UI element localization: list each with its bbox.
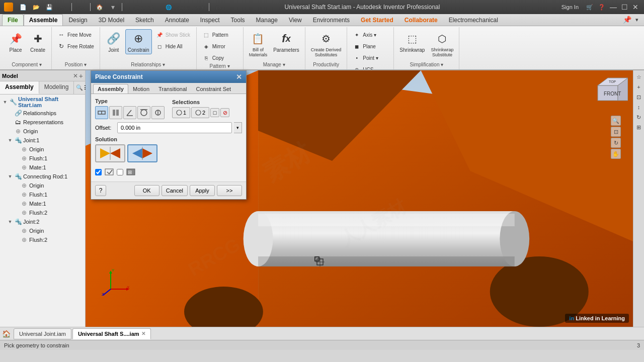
tab-universal-joint[interactable]: Universal Joint.iam — [14, 328, 71, 339]
show-stick-btn[interactable]: 📌 Show Stick — [153, 29, 193, 40]
qa-material[interactable]: Material — [126, 2, 162, 12]
dialog-cancel-btn[interactable]: Cancel — [162, 185, 188, 196]
create-btn[interactable]: ✚ Create — [27, 29, 48, 54]
tab-universal-shaft[interactable]: Universal Shaft S....iam ✕ — [72, 328, 151, 339]
joint-btn[interactable]: 🔗 Joint — [103, 29, 124, 54]
ribbon-collapse[interactable]: ▾ — [632, 15, 642, 25]
zoom-in-icon[interactable]: 🔍 — [611, 116, 621, 126]
dlg-tab-motion[interactable]: Motion — [128, 84, 154, 94]
tab-getstarted[interactable]: Get Started — [355, 14, 399, 26]
tree-expand-cr1[interactable]: ▼ — [7, 174, 13, 179]
search-tree-icon[interactable]: 🔍 — [76, 84, 83, 91]
tree-cr1-origin[interactable]: ⊕ Origin — [1, 181, 84, 190]
zoom-extents-icon[interactable]: ⊡ — [611, 127, 621, 137]
tab-electromechanical[interactable]: Electromechanical — [443, 14, 504, 26]
ribbon-pin[interactable]: 📌 — [622, 15, 632, 25]
help-icon[interactable]: ❓ — [597, 2, 607, 12]
tab-collaborate[interactable]: Collaborate — [399, 14, 443, 26]
rt-fit-btn[interactable]: ⊡ — [634, 93, 643, 102]
axis-btn[interactable]: ✦ Axis ▾ — [350, 29, 390, 40]
tree-cr1-mate1[interactable]: ⊕ Mate:1 — [1, 199, 84, 208]
tree-root[interactable]: ▼ 🔧 Universal Shaft Start.iam — [1, 96, 84, 109]
modeling-tab[interactable]: Modeling — [39, 81, 74, 94]
component-label[interactable]: Component ▾ — [12, 62, 41, 68]
relationships-label[interactable]: Relationships ▾ — [131, 62, 165, 68]
tab-view[interactable]: View — [283, 14, 307, 26]
sel-extra-1[interactable]: □ — [210, 108, 219, 117]
tree-j1-flush1[interactable]: ⊕ Flush:1 — [1, 154, 84, 163]
sol-1-btn[interactable] — [95, 144, 125, 162]
tree-j2-flush2[interactable]: ⊕ Flush:2 — [1, 235, 84, 244]
place-btn[interactable]: 📌 Place — [5, 29, 26, 54]
dialog-apply-btn[interactable]: Apply — [190, 185, 215, 196]
assembly-tab[interactable]: Assembly — [0, 81, 39, 94]
panel-close-icon[interactable]: ✕ — [73, 72, 78, 79]
sel-2-btn[interactable]: 2 — [191, 107, 209, 118]
sign-in-btn[interactable]: Sign In — [561, 4, 579, 10]
viewcube[interactable]: FRONT TOP — [593, 75, 628, 111]
pattern-label[interactable]: Pattern ▾ — [210, 63, 230, 70]
type-tangent-btn[interactable] — [137, 106, 150, 119]
type-insert-btn[interactable] — [151, 106, 165, 119]
tab-manage[interactable]: Manage — [251, 14, 283, 26]
tree-connectingrod1[interactable]: ▼ 🔩 Connecting Rod:1 — [1, 172, 84, 181]
tree-representations[interactable]: 🗂 Representations — [1, 118, 84, 127]
another-checkbox[interactable] — [117, 169, 123, 175]
tab-inspect[interactable]: Inspect — [195, 14, 225, 26]
tab-sketch[interactable]: Sketch — [130, 14, 159, 26]
qa-new[interactable]: 📄 — [18, 2, 28, 12]
preview-checkbox[interactable] — [95, 169, 102, 175]
offset-arrow[interactable]: ▾ — [234, 122, 242, 133]
dlg-tab-transitional[interactable]: Transitional — [154, 84, 191, 94]
sel-extra-2[interactable]: ⊘ — [220, 108, 229, 117]
maximize-btn[interactable]: ☐ — [620, 3, 629, 11]
dlg-tab-constraintset[interactable]: Constraint Set — [191, 84, 235, 94]
free-move-btn[interactable]: ↔ Free Move — [55, 29, 97, 40]
tab-design[interactable]: Design — [63, 14, 93, 26]
rt-orbit-btn[interactable]: ↻ — [634, 113, 643, 122]
offset-input[interactable] — [117, 122, 232, 133]
tab-home-icon[interactable]: 🏠 — [2, 330, 11, 338]
tree-cr1-flush2[interactable]: ⊕ Flush:2 — [1, 208, 84, 217]
dialog-help-btn[interactable]: ? — [95, 185, 106, 196]
tree-j2-origin[interactable]: ⊕ Origin — [1, 226, 84, 235]
tree-joint1[interactable]: ▼ 🔩 Joint:1 — [1, 136, 84, 145]
parameters-btn[interactable]: fx Parameters — [271, 29, 302, 54]
tree-cr1-flush1[interactable]: ⊕ Flush:1 — [1, 190, 84, 199]
qa-open[interactable]: 📂 — [31, 2, 41, 12]
tree-origin1[interactable]: ⊕ Origin — [1, 127, 84, 136]
qa-extra[interactable]: ▾ — [108, 2, 118, 12]
dialog-close-btn[interactable]: ✕ — [236, 73, 242, 81]
rt-pan-btn[interactable]: ↕ — [634, 103, 643, 112]
create-derived-btn[interactable]: ⚙ Create DerivedSubstitutes — [308, 29, 344, 59]
type-mate-btn[interactable] — [95, 106, 108, 119]
cart-icon[interactable]: 🛒 — [585, 2, 595, 12]
minimize-btn[interactable]: — — [609, 3, 618, 11]
manage-label[interactable]: Manage ▾ — [263, 62, 285, 68]
position-label[interactable]: Position ▾ — [65, 62, 87, 68]
ucs-btn[interactable]: ⊕ UCS — [350, 64, 390, 70]
qa-save[interactable]: 💾 — [44, 2, 54, 12]
orbit-icon[interactable]: ↻ — [611, 138, 621, 148]
dialog-more-btn[interactable]: >> — [217, 185, 242, 196]
pattern-btn[interactable]: ⬚ Pattern — [200, 29, 240, 40]
constrain-btn[interactable]: ⊕ Constrain — [125, 29, 152, 54]
shrinkwrap-sub-btn[interactable]: ⬡ ShrinkwrapSubstitute — [428, 29, 456, 59]
rt-appear-btn[interactable]: ☆ — [634, 72, 643, 81]
dialog-ok-btn[interactable]: OK — [134, 185, 159, 196]
rt-full-btn[interactable]: ⊞ — [634, 123, 643, 132]
dlg-tab-assembly[interactable]: Assembly — [93, 84, 128, 94]
panel-add-icon[interactable]: + — [79, 72, 83, 80]
tree-j1-origin[interactable]: ⊕ Origin — [1, 145, 84, 154]
tab-assemble[interactable]: Assemble — [24, 14, 63, 26]
tab-environments[interactable]: Environments — [307, 14, 355, 26]
qa-undo[interactable]: ↩ — [57, 2, 67, 12]
bom-btn[interactable]: 📋 Bill ofMaterials — [247, 29, 270, 59]
plane-btn[interactable]: ◼ Plane — [350, 41, 390, 52]
point-btn[interactable]: • Point ▾ — [350, 52, 390, 63]
sol-2-btn[interactable] — [127, 144, 157, 162]
tree-relationships[interactable]: 🔗 Relationships — [1, 109, 84, 118]
tab-us-close[interactable]: ✕ — [141, 331, 145, 336]
tree-j1-mate1[interactable]: ⊕ Mate:1 — [1, 163, 84, 172]
free-rotate-btn[interactable]: ↻ Free Rotate — [55, 41, 97, 52]
